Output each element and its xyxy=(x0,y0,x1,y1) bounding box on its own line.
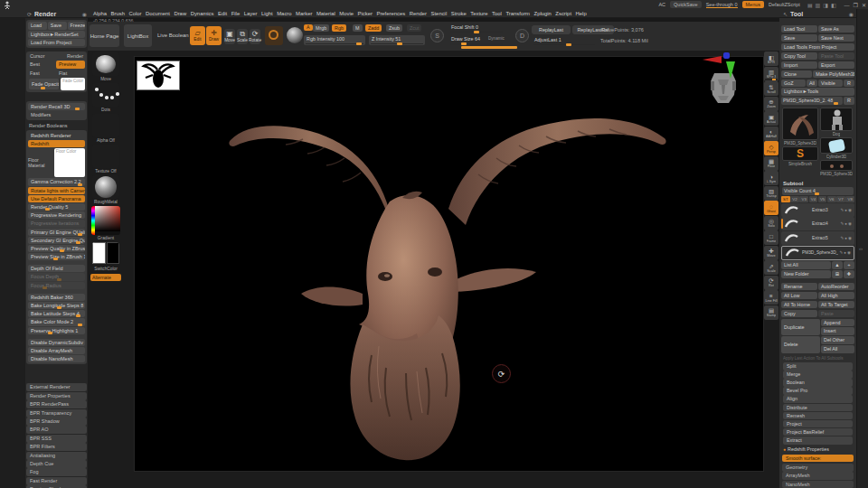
render-subpalette-row[interactable]: BPR Transparency xyxy=(26,409,87,418)
rename-button[interactable]: Rename xyxy=(781,283,817,291)
menu-item[interactable]: Light xyxy=(261,11,273,16)
render-subpalette-row[interactable]: BPR SSS xyxy=(26,435,87,443)
viewport-toggle-button[interactable]: ◎Solo xyxy=(764,216,778,230)
render-option-row[interactable]: Redshift Baker 360 xyxy=(28,294,85,301)
shelf-thumbnail[interactable] xyxy=(92,242,119,266)
menu-item[interactable]: Marker xyxy=(296,11,312,16)
focal-shift-slider[interactable]: Focal Shift 0 xyxy=(448,23,505,33)
viewport-toggle-button[interactable]: ⊕Zoom xyxy=(764,97,778,111)
window-control-icon[interactable]: ❐ xyxy=(854,3,858,8)
subtool-row[interactable]: Extract5 ✎●◉ xyxy=(781,231,854,245)
menu-item[interactable]: Color xyxy=(128,11,141,16)
shelf-thumbnail[interactable] xyxy=(92,52,119,76)
viewport-toggle-button[interactable]: □Frame xyxy=(764,230,778,245)
viewport-toggle-button[interactable]: ✚Move xyxy=(764,246,778,260)
copy-subtool-button[interactable]: Copy xyxy=(781,310,817,318)
zadd-toggle[interactable]: Zadd xyxy=(365,24,382,32)
render-option-row[interactable]: Gamma Correction 2.2 xyxy=(28,178,85,185)
render-subpalette-row[interactable]: Fog xyxy=(26,468,87,476)
folder-add-button[interactable]: ⊞ xyxy=(832,270,843,278)
subtool-action-row[interactable]: Boolean xyxy=(783,379,853,387)
menu-item[interactable]: Zscript xyxy=(555,11,571,16)
menu-item[interactable]: Brush xyxy=(111,11,125,16)
insert-button[interactable]: Insert xyxy=(821,327,854,335)
subtool-row-icons[interactable]: ✎●◉ xyxy=(841,236,853,240)
render-option-row[interactable]: Secondary GI Engine Quality 2 xyxy=(28,237,85,244)
interface-toggle-icon[interactable]: ▤ xyxy=(807,3,813,8)
render-option-row[interactable]: Bake Longitude Steps 8 xyxy=(28,302,85,309)
simplebrush-thumbnail[interactable]: S xyxy=(782,146,818,161)
m-toggle[interactable]: M xyxy=(353,24,363,32)
render-subpalette-row[interactable]: BPR Shadow xyxy=(26,418,87,426)
goz-all-button[interactable]: All xyxy=(807,80,817,88)
subtool-row-icons[interactable]: ✎●◉ xyxy=(840,250,852,255)
append-button[interactable]: Append xyxy=(821,319,854,327)
subtool-up-button[interactable]: ▲ xyxy=(832,261,843,269)
rgb-toggle[interactable]: Rgb xyxy=(332,24,346,32)
paste-tool-button[interactable]: Paste Tool xyxy=(818,52,854,61)
sphere-tool-thumbnail[interactable] xyxy=(820,160,853,171)
visible-count-slider[interactable]: Visible Count 4 xyxy=(782,187,854,195)
goz-button[interactable]: GoZ xyxy=(781,80,806,88)
viewport-toggle-button[interactable]: ◌Ghost xyxy=(764,201,778,215)
adjust-last-slider[interactable]: AdjustLast 1 xyxy=(532,36,597,46)
delete-button[interactable]: Delete xyxy=(781,336,820,353)
y-axis-arrow-icon[interactable] xyxy=(726,61,735,79)
render-option-row[interactable]: Preview Size in ZBrush 128 xyxy=(28,253,85,260)
menu-item[interactable]: Render xyxy=(410,11,427,16)
viewport-toggle-button[interactable]: ◐AAHalf xyxy=(764,127,778,141)
replay-last-button[interactable]: ReplayLast xyxy=(532,25,571,34)
home-page-button[interactable]: Home Page xyxy=(90,24,119,47)
render-option-row[interactable]: Preserve Highlights 1 xyxy=(28,327,85,334)
current-material-preview[interactable] xyxy=(287,27,303,43)
cursor-tab[interactable]: Cursor xyxy=(30,53,45,59)
interface-toggle-icon[interactable]: ◧ xyxy=(831,3,836,8)
render-option-row[interactable]: Disable NanoMesh xyxy=(28,355,85,362)
zsub-toggle[interactable]: Zsub xyxy=(386,24,402,32)
subtool-action-row[interactable]: Project xyxy=(783,420,853,428)
viewport-toggle-button[interactable]: ⇗Scale xyxy=(764,260,778,275)
clone-button[interactable]: Clone xyxy=(781,70,812,79)
redshift-renderer-header[interactable]: Redshift Renderer xyxy=(28,132,85,139)
render-subpalette-row[interactable]: BPR AO xyxy=(26,426,87,434)
s-badge-icon[interactable]: S xyxy=(430,29,444,42)
render-subpalette-row[interactable]: Antialiasing xyxy=(26,452,87,460)
new-folder-button[interactable]: New Folder xyxy=(781,270,831,278)
list-all-button[interactable]: List All xyxy=(781,261,831,269)
shelf-thumbnail[interactable] xyxy=(92,145,119,168)
render-option-row[interactable]: Focus Radius xyxy=(28,282,85,289)
right-tray-divider[interactable]: ‹› xyxy=(856,9,868,488)
tool-palette-header[interactable]: ↖ Tool ◉ xyxy=(783,9,854,18)
redshift-properties-row[interactable]: ●Redshift Properties xyxy=(783,446,853,454)
export-button[interactable]: Export xyxy=(818,61,854,70)
mrgb-toggle[interactable]: Mrgb xyxy=(313,24,329,32)
subtool-action-row[interactable]: Remesh xyxy=(783,412,853,420)
render-freeze-button[interactable]: Freeze xyxy=(68,22,85,30)
viewport-toggle-button[interactable]: ▣Actual xyxy=(764,111,778,126)
render-recall-slider[interactable]: Render Recall 3D xyxy=(28,103,85,110)
render-option-row[interactable]: Depth Of Field xyxy=(28,265,85,272)
render-subpalette-row[interactable]: Fast Render xyxy=(26,477,87,485)
make-polymesh3d-button[interactable]: Make PolyMesh3D xyxy=(813,70,854,79)
shelf-item[interactable]: Alternate xyxy=(90,273,121,281)
render-option-row[interactable]: Bake Latitude Steps 4 xyxy=(28,310,85,317)
render-palette-header[interactable]: ⟳ Render ◉ xyxy=(27,9,87,18)
flat-render-button[interactable]: Flat xyxy=(57,70,85,77)
render-subpalette-row[interactable]: External Renderer xyxy=(26,383,87,391)
subtool-tab[interactable]: V6 xyxy=(827,196,836,202)
all-to-target-button[interactable]: All To Target xyxy=(818,301,854,309)
smooth-surface-button[interactable]: Smooth surface: xyxy=(782,455,854,463)
render-subpalette-row[interactable]: Render Properties xyxy=(26,392,87,400)
render-option-row[interactable]: Focus Depth xyxy=(28,273,85,280)
subtool-tab[interactable]: ST xyxy=(781,196,790,202)
menu-item[interactable]: Dynamics xyxy=(191,11,214,16)
render-booleans-label[interactable]: Render Booleans xyxy=(29,123,68,128)
floor-material-label[interactable]: Floor Material xyxy=(28,157,53,168)
menu-item[interactable]: File xyxy=(231,11,241,16)
active-tool-thumbnail[interactable] xyxy=(782,108,818,140)
menu-item[interactable]: Stroke xyxy=(451,11,467,16)
preview-render-button[interactable]: Preview xyxy=(56,61,85,69)
interface-toggle-icon[interactable]: ▥ xyxy=(816,3,821,8)
viewport-toggle-button[interactable]: ⟳Rot xyxy=(764,276,778,290)
lightbox-tools-button[interactable]: Lightbox►Tools xyxy=(781,88,854,96)
